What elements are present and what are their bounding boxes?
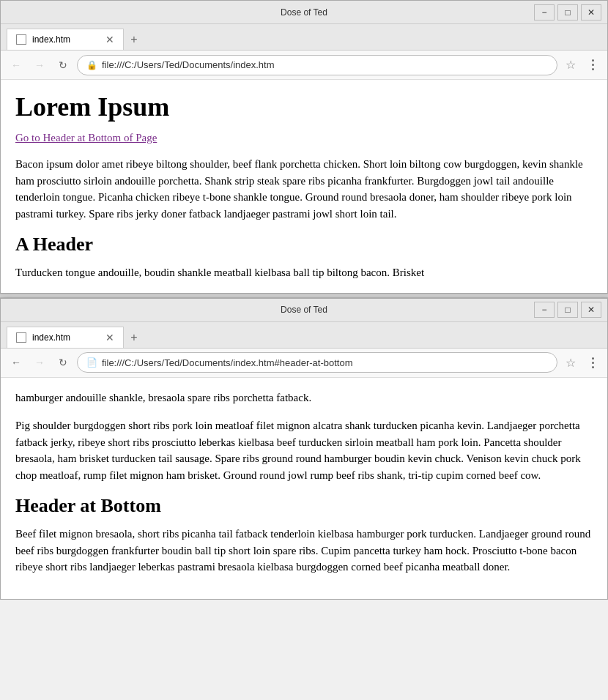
tab-label-1: index.htm — [32, 34, 70, 45]
maximize-button-2[interactable]: □ — [557, 302, 578, 318]
tab-bar-2: index.htm ✕ + — [1, 322, 607, 349]
tab-close-1[interactable]: ✕ — [105, 34, 114, 45]
tab-1[interactable]: index.htm ✕ — [7, 29, 124, 50]
address-text-2: file:///C:/Users/Ted/Documents/index.htm… — [102, 357, 352, 368]
minimize-button-1[interactable]: − — [534, 4, 555, 21]
header-bottom-link[interactable]: Go to Header at Bottom of Page — [15, 132, 157, 144]
menu-dot-4 — [592, 357, 594, 360]
new-tab-button-1[interactable]: + — [124, 29, 144, 50]
forward-button-1[interactable]: → — [30, 56, 49, 75]
close-button-2[interactable]: ✕ — [581, 302, 601, 318]
bookmark-button-1[interactable]: ☆ — [562, 56, 579, 74]
menu-button-1[interactable] — [584, 56, 601, 74]
window-title-2: Dose of Ted — [281, 305, 327, 315]
back-button-2[interactable]: ← — [7, 353, 26, 372]
menu-dot-2 — [592, 64, 594, 66]
paragraph-1: Bacon ipsum dolor amet ribeye biltong sh… — [15, 156, 593, 222]
tab-bar-1: index.htm ✕ + — [1, 24, 607, 51]
maximize-button-1[interactable]: □ — [557, 4, 578, 21]
window-controls-2: − □ ✕ — [534, 302, 601, 318]
address-input-2[interactable]: 📄 file:///C:/Users/Ted/Documents/index.h… — [77, 352, 557, 373]
back-button-1[interactable]: ← — [7, 56, 26, 75]
paragraph-4: Beef filet mignon bresaola, short ribs p… — [15, 526, 593, 576]
tab-favicon-2 — [16, 332, 26, 343]
tab-label-2: index.htm — [32, 332, 70, 343]
menu-button-2[interactable] — [584, 354, 601, 371]
scrolled-content-2: hamburger andouille shankle, bresaola sp… — [1, 378, 607, 599]
scrolled-top-static: hamburger andouille shankle, bresaola sp… — [15, 392, 311, 403]
lock-icon-1: 🔒 — [86, 60, 97, 70]
address-text-1: file:///C:/Users/Ted/Documents/index.htm — [102, 59, 275, 70]
tab-2[interactable]: index.htm ✕ — [7, 327, 124, 348]
a-header: A Header — [15, 234, 593, 256]
menu-dot-5 — [592, 362, 594, 364]
window-controls-1: − □ ✕ — [534, 4, 601, 21]
close-button-1[interactable]: ✕ — [581, 4, 601, 21]
menu-dot-1 — [592, 59, 594, 62]
bookmark-button-2[interactable]: ☆ — [562, 354, 579, 371]
browser-window-2: Dose of Ted − □ ✕ index.htm ✕ + ← → ↻ 📄 … — [0, 298, 608, 600]
tab-close-2[interactable]: ✕ — [105, 332, 114, 343]
minimize-button-2[interactable]: − — [534, 302, 555, 318]
browser-window-1: Dose of Ted − □ ✕ index.htm ✕ + ← → ↻ 🔒 … — [0, 0, 608, 294]
forward-button-2[interactable]: → — [30, 353, 49, 372]
page-content-1: Lorem Ipsum Go to Header at Bottom of Pa… — [1, 80, 607, 293]
menu-dot-3 — [592, 68, 594, 70]
header-at-bottom: Header at Bottom — [15, 495, 593, 517]
address-bar-2: ← → ↻ 📄 file:///C:/Users/Ted/Documents/i… — [1, 349, 607, 378]
menu-dot-6 — [592, 366, 594, 368]
tab-favicon-1 — [16, 34, 26, 45]
page-title-1: Lorem Ipsum — [15, 92, 593, 122]
refresh-button-2[interactable]: ↻ — [53, 353, 73, 372]
title-bar-2: Dose of Ted − □ ✕ — [1, 299, 607, 322]
refresh-button-1[interactable]: ↻ — [53, 56, 73, 75]
paragraph-2-partial: Turducken tongue andouille, boudin shank… — [15, 264, 593, 281]
address-input-1[interactable]: 🔒 file:///C:/Users/Ted/Documents/index.h… — [77, 55, 557, 75]
scrolled-top-text: hamburger andouille shankle, bresaola sp… — [15, 390, 593, 406]
lock-icon-2: 📄 — [86, 357, 97, 368]
address-bar-1: ← → ↻ 🔒 file:///C:/Users/Ted/Documents/i… — [1, 51, 607, 80]
paragraph-3: Pig shoulder burgdoggen short ribs pork … — [15, 417, 593, 483]
window-title-1: Dose of Ted — [281, 7, 327, 18]
new-tab-button-2[interactable]: + — [124, 327, 144, 348]
title-bar-1: Dose of Ted − □ ✕ — [1, 1, 607, 24]
